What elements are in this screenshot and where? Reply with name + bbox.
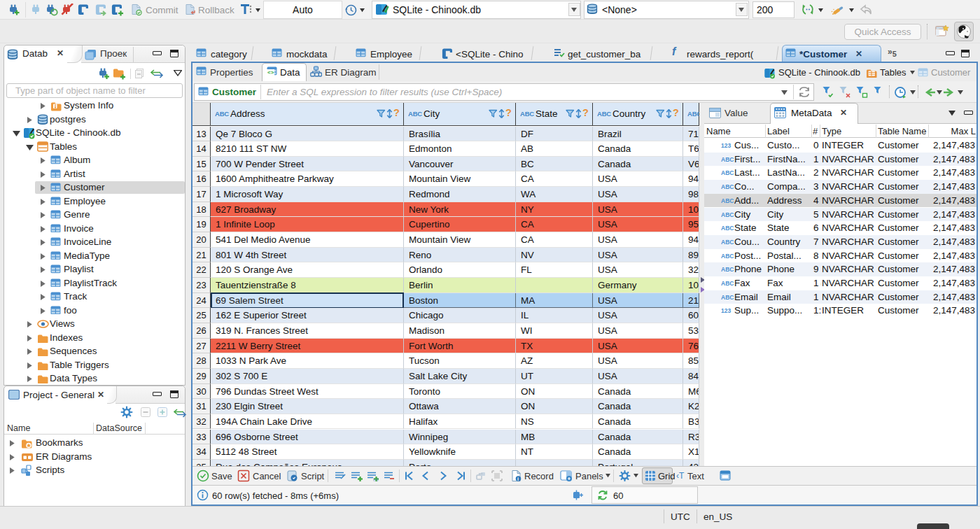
svg-text:(+): (+) [373, 477, 379, 481]
svg-text:i: i [517, 477, 519, 481]
